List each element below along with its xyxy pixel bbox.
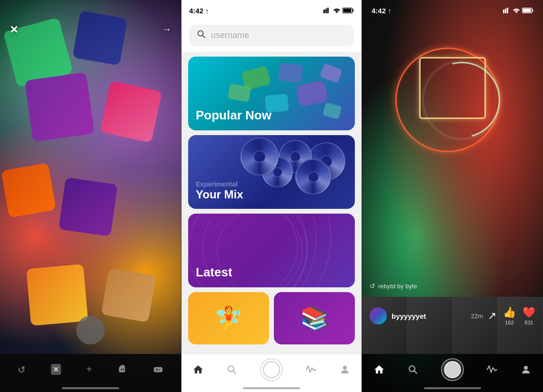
status-bar: 4:42 ↑ bbox=[181, 0, 362, 21]
like-action[interactable]: 👍 162 bbox=[503, 306, 516, 325]
status-time-right: 4:42 ↑ bbox=[372, 7, 392, 15]
rebyte-row: ↺ rebytd by byte bbox=[370, 282, 510, 290]
action-icons: ↗ 👍 162 ❤️ 831 bbox=[488, 306, 535, 325]
svg-rect-18 bbox=[505, 9, 506, 13]
mid-phone: 4:42 ↑ username bbox=[181, 0, 362, 392]
cd-3 bbox=[295, 159, 331, 195]
svg-rect-23 bbox=[533, 10, 533, 11]
search-container: username bbox=[181, 21, 362, 52]
nav-activity-right[interactable] bbox=[486, 364, 498, 375]
small-card-b[interactable]: 📚 bbox=[274, 292, 355, 344]
like-count: 162 bbox=[505, 320, 513, 325]
like-icon: 👍 bbox=[503, 306, 516, 319]
svg-rect-0 bbox=[154, 367, 162, 372]
rebyte-text: rebytd by byte bbox=[378, 283, 417, 290]
home-indicator-right bbox=[424, 387, 481, 389]
thumb-2[interactable] bbox=[407, 297, 452, 354]
svg-rect-17 bbox=[503, 10, 504, 13]
svg-rect-22 bbox=[523, 9, 531, 12]
home-indicator-mid bbox=[243, 387, 300, 389]
nav-profile-right[interactable] bbox=[520, 364, 532, 375]
svg-line-25 bbox=[414, 371, 417, 373]
cube-pink bbox=[100, 81, 162, 143]
cube-blue-dark bbox=[72, 10, 128, 66]
bottom-nav-right bbox=[362, 354, 543, 392]
content-area: Popular Now Experimental Your Mix bbox=[181, 52, 362, 354]
love-count: 831 bbox=[524, 320, 533, 325]
share-action[interactable]: ↗ bbox=[488, 310, 496, 322]
cube-purple2 bbox=[59, 177, 118, 236]
svg-rect-10 bbox=[343, 9, 352, 12]
popular-now-label: Popular Now bbox=[196, 108, 272, 123]
small-card-a-emoji: 🧚 bbox=[214, 305, 243, 332]
nav-profile[interactable] bbox=[339, 364, 351, 375]
rebyte-icon: ↺ bbox=[370, 282, 375, 290]
your-mix-label: Your Mix bbox=[196, 188, 243, 201]
share-icon: ↗ bbox=[488, 310, 496, 322]
cube-tan bbox=[101, 267, 156, 323]
thumb-4[interactable] bbox=[498, 297, 543, 354]
home-indicator bbox=[62, 387, 119, 389]
cd-5 bbox=[241, 137, 279, 176]
forward-button[interactable]: → bbox=[162, 24, 171, 35]
post-time: 22m bbox=[471, 313, 483, 320]
ghost-icon[interactable] bbox=[117, 364, 128, 375]
svg-line-15 bbox=[233, 371, 236, 374]
svg-rect-11 bbox=[353, 10, 354, 11]
your-mix-sublabel: Experimental bbox=[196, 180, 243, 188]
bottom-nav bbox=[181, 354, 362, 392]
nav-record-button[interactable] bbox=[260, 358, 283, 381]
svg-rect-5 bbox=[323, 10, 325, 13]
thumb-3[interactable] bbox=[452, 297, 498, 354]
bottom-toolbar: ↺ ✕ + bbox=[0, 354, 181, 392]
svg-rect-19 bbox=[507, 8, 508, 13]
loop-icon[interactable]: ↺ bbox=[18, 364, 26, 375]
nav-search-right[interactable] bbox=[407, 364, 419, 375]
nav-record-inner-right bbox=[444, 361, 461, 378]
nav-home[interactable] bbox=[192, 364, 204, 375]
play-button[interactable] bbox=[76, 316, 105, 344]
search-icon bbox=[197, 29, 206, 41]
game-icon[interactable] bbox=[153, 364, 163, 375]
remove-icon[interactable]: ✕ bbox=[51, 364, 61, 375]
svg-point-16 bbox=[343, 366, 347, 370]
nav-record-inner bbox=[263, 361, 280, 378]
popular-now-card[interactable]: Popular Now bbox=[188, 57, 355, 130]
svg-point-8 bbox=[336, 12, 338, 13]
svg-rect-7 bbox=[327, 8, 329, 13]
latest-card[interactable]: Latest bbox=[188, 214, 355, 287]
search-bar[interactable]: username bbox=[189, 25, 354, 46]
status-icons bbox=[323, 8, 354, 13]
svg-point-26 bbox=[524, 366, 528, 370]
svg-rect-6 bbox=[325, 9, 327, 13]
small-card-b-emoji: 📚 bbox=[300, 305, 329, 332]
add-icon[interactable]: + bbox=[86, 364, 92, 375]
user-info-row: byyyyyyet 22m ↗ 👍 162 ❤️ 831 bbox=[370, 306, 535, 325]
svg-rect-2 bbox=[156, 369, 158, 370]
thumbnail-strip bbox=[362, 297, 543, 354]
cube-purple bbox=[25, 72, 95, 142]
svg-point-4 bbox=[159, 370, 160, 371]
nav-record-right[interactable] bbox=[441, 358, 464, 381]
close-button[interactable]: ✕ bbox=[10, 24, 18, 36]
search-placeholder: username bbox=[211, 30, 249, 40]
small-cards-row: 🧚 📚 bbox=[188, 292, 355, 344]
love-action[interactable]: ❤️ 831 bbox=[523, 306, 535, 325]
nav-search[interactable] bbox=[226, 364, 238, 375]
right-phone: 4:42 ↑ ↺ rebytd by byte the lights are o… bbox=[362, 0, 543, 392]
nav-activity[interactable] bbox=[305, 364, 317, 375]
svg-point-20 bbox=[516, 12, 517, 13]
love-icon: ❤️ bbox=[523, 306, 535, 319]
left-phone: ✕ → ↺ ✕ + bbox=[0, 0, 181, 392]
nav-home-right[interactable] bbox=[373, 364, 385, 375]
username[interactable]: byyyyyyet bbox=[392, 312, 465, 320]
your-mix-card[interactable]: Experimental Your Mix bbox=[188, 135, 355, 209]
thumb-1[interactable] bbox=[362, 297, 407, 354]
cube-orange2 bbox=[26, 264, 88, 326]
latest-label: Latest bbox=[196, 265, 232, 280]
cube-orange bbox=[1, 163, 56, 218]
status-bar-right: 4:42 ↑ bbox=[362, 0, 543, 21]
user-avatar[interactable] bbox=[370, 307, 387, 324]
neon-artwork bbox=[395, 48, 510, 162]
small-card-a[interactable]: 🧚 bbox=[188, 292, 269, 344]
